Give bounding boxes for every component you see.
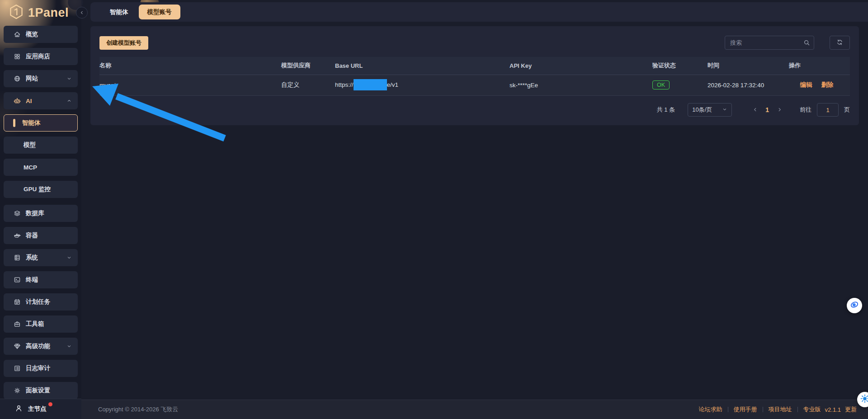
sidebar-item-mcp[interactable]: MCP <box>4 159 78 176</box>
goto-label: 前往 <box>800 106 811 114</box>
page-unit-label: 页 <box>844 106 850 114</box>
column-base-url: Base URL <box>335 57 509 75</box>
grid-icon <box>14 53 21 60</box>
footer: Copyright © 2014-2026 飞致云 论坛求助 使用手册 项目地址… <box>81 400 868 419</box>
assistant-swirl-icon <box>849 299 860 312</box>
chevron-left-icon <box>753 107 758 113</box>
page-size-select[interactable]: 10条/页 <box>688 103 732 117</box>
model-account-table: 名称 模型供应商 Base URL API Key 验证状态 时间 操作 mya… <box>99 57 850 96</box>
server-icon <box>14 254 21 261</box>
project-address-link[interactable]: 项目地址 <box>769 405 792 414</box>
column-time: 时间 <box>708 57 789 75</box>
forum-help-link[interactable]: 论坛求助 <box>699 405 722 414</box>
sidebar-item-gpu-monitor[interactable]: GPU 监控 <box>4 181 78 198</box>
sidebar: 1Panel 概览 应用商店 网站 AI 智能体 模型 MCP <box>0 0 81 419</box>
version-label: v2.1.1 <box>825 406 841 413</box>
edition-label: 专业版 <box>803 405 821 414</box>
current-page: 1 <box>765 106 769 113</box>
create-model-account-button[interactable]: 创建模型账号 <box>99 36 148 50</box>
cell-api-key: sk-****gEe <box>509 75 652 95</box>
sidebar-item-agent[interactable]: 智能体 <box>4 114 78 132</box>
column-actions: 操作 <box>789 57 850 75</box>
pagination-total: 共 1 条 <box>657 106 675 114</box>
sidebar-item-system[interactable]: 系统 <box>4 249 78 266</box>
refresh-icon <box>836 39 843 47</box>
chevron-down-icon <box>66 76 72 81</box>
chevron-left-icon <box>80 9 84 17</box>
notification-dot <box>48 402 52 406</box>
sidebar-item-panel-settings[interactable]: 面板设置 <box>4 382 78 399</box>
search-input[interactable] <box>725 36 814 50</box>
pagination: 共 1 条 10条/页 1 前往 页 <box>657 103 850 117</box>
divider <box>763 407 763 412</box>
layers-icon <box>14 210 21 217</box>
prev-page-button[interactable] <box>750 105 760 115</box>
globe-icon <box>14 75 21 82</box>
user-manual-link[interactable]: 使用手册 <box>734 405 757 414</box>
chevron-down-icon <box>66 255 72 260</box>
refresh-button[interactable] <box>830 36 850 50</box>
sidebar-item-terminal[interactable]: 终端 <box>4 271 78 288</box>
main-area: 智能体 模型账号 创建模型账号 名称 模型供应商 Base URL API Ke… <box>81 0 868 419</box>
content-card: 创建模型账号 名称 模型供应商 Base URL API Key 验证状态 时间 <box>90 26 859 125</box>
sidebar-item-ai[interactable]: AI <box>4 92 78 109</box>
gear-icon <box>14 387 21 394</box>
master-node-button[interactable]: 主节点 <box>0 399 81 419</box>
column-provider: 模型供应商 <box>281 57 335 75</box>
table-header: 名称 模型供应商 Base URL API Key 验证状态 时间 操作 <box>99 57 850 75</box>
master-node-label: 主节点 <box>28 405 47 413</box>
search-box <box>725 36 814 50</box>
calendar-icon <box>14 298 21 306</box>
sidebar-item-toolbox[interactable]: 工具箱 <box>4 315 78 333</box>
active-bar-icon <box>13 119 15 127</box>
app-title: 1Panel <box>28 6 69 20</box>
ai-assistant-float-button[interactable] <box>847 298 862 313</box>
diamond-icon <box>14 343 21 350</box>
sidebar-collapse-button[interactable] <box>76 7 88 19</box>
cell-time: 2026-02-28 17:32:40 <box>708 75 789 95</box>
tab-agent[interactable]: 智能体 <box>101 5 137 19</box>
sidebar-item-log-audit[interactable]: 日志审计 <box>4 360 78 377</box>
update-link[interactable]: 更新 <box>845 405 857 414</box>
sidebar-item-overview[interactable]: 概览 <box>4 26 78 43</box>
cell-base-url: https://e/v1 <box>335 75 509 95</box>
status-badge: OK <box>652 80 670 89</box>
goto-page-input[interactable] <box>817 103 839 117</box>
chevron-down-icon <box>722 107 727 113</box>
tab-model-account[interactable]: 模型账号 <box>139 5 180 19</box>
sidebar-item-container[interactable]: 容器 <box>4 227 78 244</box>
chevron-up-icon <box>66 98 72 104</box>
next-page-button[interactable] <box>774 105 784 115</box>
divider <box>797 407 798 412</box>
chevron-down-icon <box>66 344 72 349</box>
delete-link[interactable]: 删除 <box>821 81 833 88</box>
sun-icon <box>860 394 868 405</box>
divider <box>728 407 728 412</box>
column-api-key: API Key <box>509 57 652 75</box>
table-row: myapi 自定义 https://e/v1 sk-****gEe OK 202… <box>99 75 850 95</box>
redaction-box <box>354 79 387 90</box>
sidebar-item-advanced[interactable]: 高级功能 <box>4 338 78 355</box>
user-icon <box>15 405 23 414</box>
chevron-right-icon <box>777 107 782 113</box>
cell-name: myapi <box>99 75 281 95</box>
sidebar-item-website[interactable]: 网站 <box>4 70 78 87</box>
cell-provider: 自定义 <box>281 75 335 95</box>
toolbox-icon <box>14 320 21 328</box>
app-logo: 1Panel <box>8 4 69 22</box>
column-status: 验证状态 <box>652 57 708 75</box>
sidebar-item-cron[interactable]: 计划任务 <box>4 293 78 311</box>
sidebar-item-app-store[interactable]: 应用商店 <box>4 48 78 65</box>
cell-actions: 编辑 删除 <box>789 75 850 95</box>
list-icon <box>14 365 21 372</box>
footer-links: 论坛求助 使用手册 项目地址 专业版 v2.1.1 更新 <box>699 405 857 414</box>
docker-whale-icon <box>14 232 21 239</box>
top-tab-bar: 智能体 模型账号 <box>90 2 868 22</box>
edit-link[interactable]: 编辑 <box>800 81 812 88</box>
search-icon <box>803 39 810 46</box>
column-name: 名称 <box>99 57 281 75</box>
sidebar-item-database[interactable]: 数据库 <box>4 205 78 222</box>
cell-status: OK <box>652 75 708 95</box>
home-icon <box>14 31 21 38</box>
sidebar-item-model[interactable]: 模型 <box>4 137 78 154</box>
